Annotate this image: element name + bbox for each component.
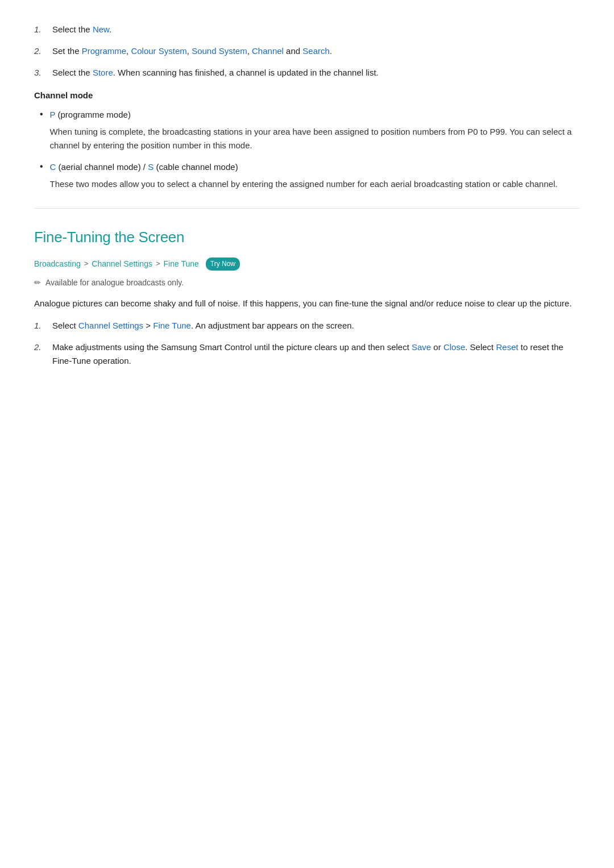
breadcrumb-sep-2: > <box>156 258 160 270</box>
breadcrumb-sep-1: > <box>84 258 89 270</box>
note-text: Available for analogue broadcasts only. <box>45 276 184 289</box>
step1-link-channel-settings: Channel Settings <box>78 321 143 330</box>
fine-tuning-step-2: Make adjustments using the Samsung Smart… <box>34 340 580 368</box>
breadcrumb-channel-settings[interactable]: Channel Settings <box>92 258 152 270</box>
channel-mode-s-label: S <box>148 162 154 172</box>
step2-link-reset: Reset <box>496 342 518 352</box>
fine-tuning-section: Fine-Tuning the Screen Broadcasting > Ch… <box>34 226 580 368</box>
pencil-icon: ✏ <box>34 276 41 289</box>
step2-link-close: Close <box>443 342 465 352</box>
link-channel: Channel <box>252 46 284 56</box>
step1-link-fine-tune: Fine Tune <box>153 321 191 330</box>
step2-link-save: Save <box>412 342 431 352</box>
fine-tuning-step-1: Select Channel Settings > Fine Tune. An … <box>34 319 580 333</box>
link-search: Search <box>302 46 330 56</box>
link-new: New <box>93 24 109 34</box>
step-2: Set the Programme, Colour System, Sound … <box>34 44 580 58</box>
step-1: Select the New. <box>34 23 580 36</box>
breadcrumb-broadcasting[interactable]: Broadcasting <box>34 258 81 270</box>
fine-tuning-steps: Select Channel Settings > Fine Tune. An … <box>34 319 580 368</box>
channel-mode-c-suffix: (aerial channel mode) / <box>56 162 148 172</box>
link-sound-system: Sound System <box>192 46 247 56</box>
step-3: Select the Store. When scanning has fini… <box>34 66 580 80</box>
note-line: ✏ Available for analogue broadcasts only… <box>34 276 580 289</box>
fine-tuning-intro: Analogue pictures can become shaky and f… <box>34 297 580 311</box>
link-store: Store <box>93 68 113 77</box>
breadcrumb-fine-tune[interactable]: Fine Tune <box>164 258 199 270</box>
breadcrumb: Broadcasting > Channel Settings > Fine T… <box>34 258 580 271</box>
channel-mode-p: P (programme mode) When tuning is comple… <box>40 108 580 152</box>
channel-mode-s-suffix: (cable channel mode) <box>154 162 238 172</box>
channel-mode-p-description: When tuning is complete, the broadcastin… <box>50 125 580 152</box>
top-steps-list: Select the New. Set the Programme, Colou… <box>34 23 580 80</box>
link-colour-system: Colour System <box>131 46 186 56</box>
fine-tuning-title: Fine-Tuning the Screen <box>34 226 580 250</box>
section-divider <box>34 208 580 209</box>
channel-mode-list: P (programme mode) When tuning is comple… <box>34 108 580 191</box>
channel-mode-cs-description: These two modes allow you to select a ch… <box>50 177 580 191</box>
try-now-badge[interactable]: Try Now <box>206 258 240 271</box>
channel-mode-cs: C (aerial channel mode) / S (cable chann… <box>40 160 580 191</box>
channel-mode-section: Channel mode P (programme mode) When tun… <box>34 89 580 191</box>
link-programme: Programme <box>82 46 126 56</box>
channel-mode-p-label: P <box>50 110 56 119</box>
channel-mode-p-suffix: (programme mode) <box>55 110 131 119</box>
channel-mode-title: Channel mode <box>34 89 580 102</box>
channel-mode-c-label: C <box>50 162 56 172</box>
